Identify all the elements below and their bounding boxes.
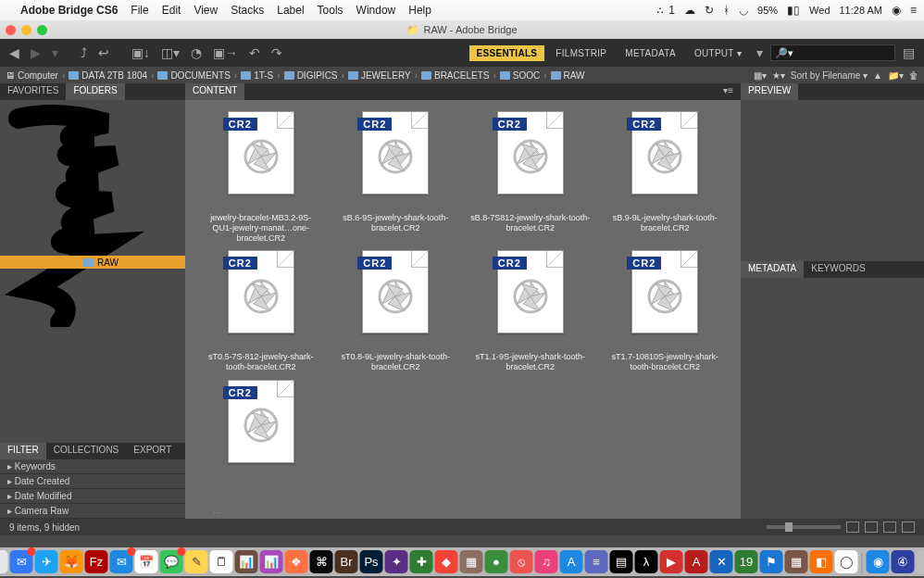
- folder-tree[interactable]: RAW: [0, 100, 185, 443]
- view-details-icon[interactable]: [883, 521, 896, 533]
- zoom-window-icon[interactable]: [37, 25, 47, 35]
- workspace-metadata[interactable]: METADATA: [618, 45, 683, 61]
- dock-app-icon[interactable]: A: [560, 550, 583, 573]
- dock-app-icon[interactable]: ▶: [660, 550, 683, 573]
- filter-date-modified[interactable]: ▸ Date Modified: [0, 489, 185, 504]
- crumb-raw[interactable]: RAW: [551, 70, 585, 81]
- dock-app-icon[interactable]: ✦: [385, 550, 408, 573]
- workspace-filmstrip[interactable]: FILMSTRIP: [548, 45, 614, 61]
- dock-app-icon[interactable]: 💬: [160, 550, 183, 573]
- delete-icon[interactable]: 🗑: [909, 70, 918, 81]
- sort-direction-icon[interactable]: ▲: [873, 70, 882, 81]
- tab-favorites[interactable]: FAVORITES: [0, 83, 66, 100]
- crumb-digipics[interactable]: DIGIPICS: [284, 70, 338, 81]
- menu-help[interactable]: Help: [408, 4, 431, 17]
- minimize-window-icon[interactable]: [21, 25, 31, 35]
- menu-edit[interactable]: Edit: [162, 4, 181, 17]
- filter-date-created[interactable]: ▸ Date Created: [0, 474, 185, 489]
- tab-content[interactable]: CONTENT: [185, 83, 244, 100]
- boomerang-icon[interactable]: ↩: [94, 44, 113, 62]
- nav-back-icon[interactable]: ◀: [6, 44, 23, 62]
- tab-keywords-panel[interactable]: KEYWORDS: [804, 261, 872, 278]
- file-thumbnail[interactable]: CR2 sT0.8-9L-jewelry-shark-tooth-bracele…: [331, 250, 461, 372]
- tab-folders[interactable]: FOLDERS: [66, 83, 124, 100]
- battery-icon[interactable]: ▮▯: [787, 4, 800, 17]
- dock-app-icon[interactable]: ✎: [185, 550, 208, 573]
- dock-app-icon[interactable]: 🗒: [210, 550, 233, 573]
- dock-app-icon[interactable]: 19: [735, 550, 758, 573]
- dock-app-icon[interactable]: ⌘: [310, 550, 333, 573]
- dock-app-icon[interactable]: ●: [485, 550, 508, 573]
- dock-app-icon[interactable]: ◉: [867, 550, 890, 573]
- dock-app-icon[interactable]: ◧: [810, 550, 833, 573]
- workspace-essentials[interactable]: ESSENTIALS: [469, 45, 545, 61]
- file-thumbnail[interactable]: CR2 sT1.7-10810S-jewelry-shark-tooth-bra…: [601, 250, 730, 372]
- workspace-output[interactable]: OUTPUT ▾: [687, 45, 749, 61]
- siri-icon[interactable]: ◉: [892, 4, 901, 17]
- notification-center-icon[interactable]: ≡: [910, 4, 917, 17]
- dock-app-icon[interactable]: ⚑: [760, 550, 783, 573]
- menu-label[interactable]: Label: [277, 4, 304, 17]
- thumbnail-slider[interactable]: [767, 525, 841, 529]
- open-camera-raw-icon[interactable]: ◔: [187, 44, 206, 62]
- crumb-1ts[interactable]: 1T-S: [241, 70, 273, 81]
- dock-app-icon[interactable]: 📊: [260, 550, 283, 573]
- new-folder-icon[interactable]: 📁▾: [888, 70, 904, 81]
- folder-selected[interactable]: RAW: [0, 256, 185, 269]
- refine-icon[interactable]: ◫▾: [157, 44, 183, 62]
- menu-stacks[interactable]: Stacks: [231, 4, 264, 17]
- bluetooth-icon[interactable]: ᚼ: [723, 4, 730, 17]
- dock-app-icon[interactable]: ⦸: [510, 550, 533, 573]
- rotate-ccw-icon[interactable]: ↶: [245, 44, 264, 62]
- crumb-documents[interactable]: DOCUMENTS: [157, 70, 230, 81]
- tab-preview[interactable]: PREVIEW: [741, 83, 798, 100]
- filter-camera-raw[interactable]: ▸ Camera Raw: [0, 504, 185, 519]
- dock-app-icon[interactable]: ❖: [285, 550, 308, 573]
- sync-icon[interactable]: ☁: [684, 4, 695, 17]
- crumb-computer[interactable]: 🖥 Computer: [6, 70, 58, 81]
- dock-app-icon[interactable]: λ: [635, 550, 658, 573]
- search-input[interactable]: [770, 44, 895, 61]
- dock-app-icon[interactable]: ▤: [610, 550, 633, 573]
- tab-collections[interactable]: COLLECTIONS: [46, 443, 127, 459]
- file-thumbnail[interactable]: CR2 sT0.5-7S-812-jewelry-shark-tooth-bra…: [196, 250, 326, 372]
- file-thumbnail[interactable]: CR2 jewelry-bracelet-MB3.2-9S-QU1-jewelr…: [196, 111, 326, 243]
- tab-filter[interactable]: FILTER: [0, 443, 46, 459]
- menu-window[interactable]: Window: [356, 4, 396, 17]
- traffic-lights[interactable]: [6, 25, 47, 35]
- dock-app-icon[interactable]: Ps: [360, 550, 383, 573]
- crumb-sooc[interactable]: SOOC: [500, 70, 540, 81]
- file-thumbnail[interactable]: CR2 sB.8-7S812-jewelry-shark-tooth-brace…: [466, 111, 595, 243]
- wifi-icon[interactable]: ◡: [739, 4, 748, 17]
- dock-app-icon[interactable]: ☺: [0, 550, 8, 573]
- crumb-bracelets[interactable]: BRACELETS: [421, 70, 489, 81]
- camera-download-icon[interactable]: ▣↓: [128, 44, 154, 62]
- file-thumbnail[interactable]: CR2 sB.9-9L-jewelry-shark-tooth-bracelet…: [601, 111, 730, 243]
- dock-app-icon[interactable]: ▦: [785, 550, 808, 573]
- dock-app-icon[interactable]: 📊: [235, 550, 258, 573]
- app-name[interactable]: Adobe Bridge CS6: [20, 4, 118, 17]
- workspace-menu-icon[interactable]: ▾: [753, 44, 767, 62]
- tab-metadata-panel[interactable]: METADATA: [741, 261, 804, 278]
- nav-recent-icon[interactable]: ▾: [48, 44, 62, 62]
- nav-forward-icon[interactable]: ▶: [27, 44, 44, 62]
- rotate-cw-icon[interactable]: ↷: [268, 44, 286, 62]
- dock-app-icon[interactable]: ✚: [410, 550, 433, 573]
- file-thumbnail[interactable]: CR2: [196, 380, 326, 482]
- sort-label[interactable]: Sort by Filename ▾: [791, 70, 868, 81]
- lock-grid-icon[interactable]: [846, 521, 859, 533]
- dock-app-icon[interactable]: 🦊: [60, 550, 83, 573]
- dock-app-icon[interactable]: ≡: [585, 550, 608, 573]
- view-thumbnails-icon[interactable]: [865, 521, 878, 533]
- time-machine-icon[interactable]: ↻: [705, 4, 714, 17]
- tab-export[interactable]: EXPORT: [126, 443, 179, 459]
- dock-app-icon[interactable]: ④: [892, 550, 915, 573]
- dock-app-icon[interactable]: ♫: [535, 550, 558, 573]
- dock-app-icon[interactable]: ◆: [435, 550, 458, 573]
- crumb-drive[interactable]: DATA 2TB 1804: [69, 70, 147, 81]
- view-options-icon[interactable]: ▦▾: [754, 70, 767, 81]
- dock-app-icon[interactable]: Br: [335, 550, 358, 573]
- dock-app-icon[interactable]: ✕: [710, 550, 733, 573]
- crumb-jewelery[interactable]: JEWELERY: [348, 70, 411, 81]
- dock-app-icon[interactable]: ✈: [35, 550, 58, 573]
